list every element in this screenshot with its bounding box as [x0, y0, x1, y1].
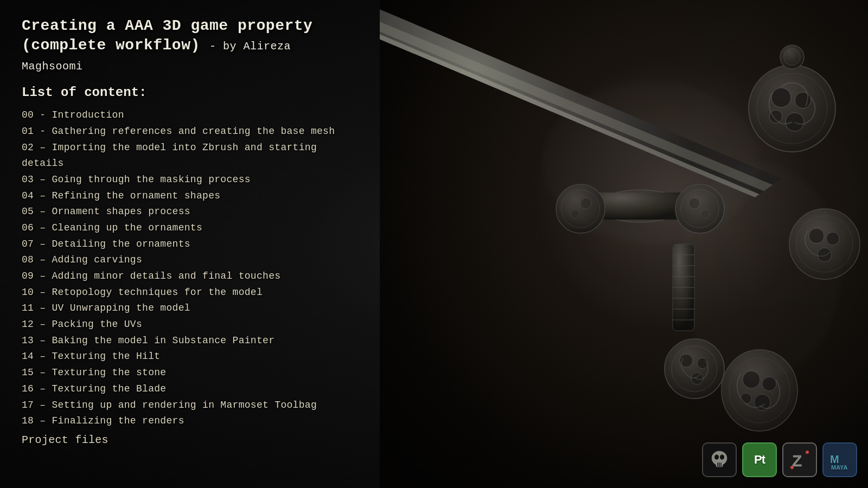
svg-point-50 [720, 455, 724, 460]
sword-artwork [380, 0, 868, 488]
list-item: 02 – Importing the model into Zbrush and… [22, 140, 358, 172]
list-item: 04 – Refining the ornament shapes [22, 188, 358, 204]
list-item: 06 – Cleaning up the ornaments [22, 220, 358, 236]
content-list: 00 - Introduction 01 - Gathering referen… [22, 107, 358, 429]
list-item: 15 – Texturing the stone [22, 365, 358, 381]
project-files-link[interactable]: Project files [22, 434, 358, 446]
maya-icon: M MAYA [822, 442, 857, 477]
list-item: 11 – UV Unwrapping the model [22, 300, 358, 317]
svg-point-47 [678, 163, 841, 380]
list-item: 00 - Introduction [22, 107, 358, 124]
list-heading: List of content: [22, 85, 358, 100]
svg-text:MAYA: MAYA [831, 464, 847, 471]
svg-point-45 [741, 393, 751, 404]
zbrush-z-icon: Z [782, 442, 817, 477]
list-item: 13 – Baking the model in Substance Paint… [22, 333, 358, 349]
svg-point-57 [790, 466, 794, 469]
list-item: 01 - Gathering references and creating t… [22, 124, 358, 140]
list-item: 17 – Setting up and rendering in Marmose… [22, 397, 358, 414]
zbrush-svg: Z [788, 448, 812, 472]
svg-point-49 [714, 455, 719, 460]
list-item: 10 – Retopology techniques for the model [22, 285, 358, 301]
skull-svg [708, 448, 731, 471]
maya-svg: M MAYA [828, 448, 852, 472]
list-item: 16 – Texturing the Blade [22, 381, 358, 397]
list-item: 12 – Packing the UVs [22, 317, 358, 333]
zbrush-skull-icon [702, 442, 737, 477]
list-item: 07 – Detailing the ornaments [22, 236, 358, 253]
page-title: Creating a AAA 3D game property (complet… [22, 16, 358, 75]
list-item: 14 – Texturing the Hilt [22, 349, 358, 365]
list-item: 08 – Adding carvings [22, 252, 358, 268]
list-item: 18 – Finalizing the renders [22, 413, 358, 429]
list-item: 05 – Ornament shapes process [22, 204, 358, 220]
pt-label: Pt [754, 453, 765, 467]
svg-point-30 [795, 92, 811, 108]
list-item: 03 – Going through the masking process [22, 172, 358, 188]
svg-text:M: M [830, 453, 839, 465]
sword-svg [380, 0, 868, 488]
software-icons-area: Pt Z M MAYA [702, 442, 857, 477]
svg-point-56 [806, 451, 809, 454]
list-item: 09 – Adding minor details and final touc… [22, 268, 358, 285]
content-area: Creating a AAA 3D game property (complet… [0, 0, 380, 488]
svg-point-27 [749, 65, 835, 152]
substance-painter-icon: Pt [742, 442, 777, 477]
svg-point-29 [771, 88, 791, 107]
